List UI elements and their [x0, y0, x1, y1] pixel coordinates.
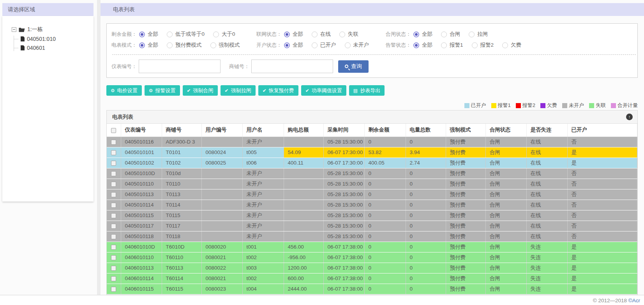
- meter-table: 仪表编号商铺号用户编号用户名购电总额采集时间剩余金额电量总数强制模式合闸状态是否…: [107, 124, 637, 294]
- radio-option[interactable]: 全部: [139, 31, 158, 38]
- table-cell: 06-07 17:38:00: [323, 242, 364, 252]
- query-button-label: 查询: [351, 63, 362, 70]
- table-row: 040501010DT010d未开户05-28 15:30:0000预付费合闸在…: [107, 168, 637, 179]
- tree-root-node[interactable]: 1:一栋: [12, 26, 90, 33]
- radio-icon[interactable]: [167, 32, 173, 37]
- select-all-checkbox[interactable]: [111, 128, 116, 133]
- row-checkbox[interactable]: [111, 203, 116, 208]
- radio-icon[interactable]: [469, 32, 475, 37]
- row-checkbox[interactable]: [111, 182, 116, 187]
- radio-icon[interactable]: [441, 32, 447, 37]
- radio-option[interactable]: 报警2: [472, 42, 494, 49]
- row-checkbox[interactable]: [111, 245, 116, 250]
- action-button[interactable]: ✔恢复预付费: [258, 85, 298, 96]
- shop-no-label: 商铺号：: [229, 63, 249, 70]
- table-row: 0405010115T0115未开户05-28 15:30:0000预付费合闸在…: [107, 210, 637, 221]
- table-cell: 预付费: [446, 189, 485, 200]
- table-cell: 预付费: [446, 147, 485, 158]
- radio-option[interactable]: 报警1: [441, 42, 463, 49]
- radio-option[interactable]: 合闸: [441, 31, 460, 38]
- radio-option[interactable]: 全部: [413, 42, 432, 49]
- table-cell: T60114: [162, 273, 201, 284]
- action-button[interactable]: ✔强制合闸: [183, 85, 218, 96]
- radio-icon[interactable]: [284, 42, 290, 48]
- radio-option[interactable]: 低于或等于0: [167, 31, 205, 38]
- radio-option[interactable]: 在线: [312, 31, 331, 38]
- radio-option[interactable]: 未开户: [345, 42, 369, 49]
- radio-option[interactable]: 强制模式: [210, 42, 240, 49]
- row-checkbox[interactable]: [111, 266, 116, 271]
- radio-icon[interactable]: [441, 42, 447, 48]
- radio-icon[interactable]: [312, 42, 318, 48]
- radio-option[interactable]: 失联: [339, 31, 358, 38]
- radio-option[interactable]: 预付费模式: [167, 42, 202, 49]
- meter-no-input[interactable]: [139, 60, 221, 73]
- radio-icon[interactable]: [472, 42, 478, 48]
- column-header: 用户编号: [201, 124, 242, 137]
- tree-leaf-node[interactable]: 040501:010: [14, 36, 90, 42]
- row-checkbox[interactable]: [111, 192, 116, 197]
- action-button[interactable]: ▤抄表导出: [349, 85, 385, 96]
- table-cell: 0405010102: [121, 158, 162, 168]
- action-button[interactable]: ⚙报警设置: [145, 85, 180, 96]
- row-checkbox[interactable]: [111, 150, 116, 155]
- radio-icon[interactable]: [413, 42, 419, 48]
- row-checkbox[interactable]: [111, 224, 116, 229]
- sidebar-title: 请选择区域: [2, 3, 94, 16]
- query-button[interactable]: 查询: [338, 60, 369, 73]
- radio-option[interactable]: 全部: [284, 42, 303, 49]
- radio-option[interactable]: 欠费: [502, 42, 521, 49]
- radio-option[interactable]: 已开户: [312, 42, 336, 49]
- radio-option[interactable]: 全部: [139, 42, 158, 49]
- radio-icon[interactable]: [502, 42, 508, 48]
- tree-leaf-label[interactable]: 040501:010: [27, 36, 56, 42]
- radio-icon[interactable]: [139, 32, 145, 37]
- radio-option[interactable]: 大于0: [213, 31, 235, 38]
- table-row: 0405010118T0118未开户05-28 15:30:0000预付费合闸在…: [107, 231, 637, 242]
- row-checkbox[interactable]: [111, 140, 116, 145]
- radio-option[interactable]: 全部: [413, 31, 432, 38]
- radio-icon[interactable]: [345, 42, 351, 48]
- table-cell: 合闸: [485, 210, 526, 221]
- radio-icon[interactable]: [413, 32, 419, 37]
- legend-label: 失联: [596, 102, 606, 109]
- radio-label: 低于或等于0: [175, 31, 205, 38]
- radio-icon[interactable]: [213, 32, 219, 37]
- row-checkbox[interactable]: [111, 171, 116, 176]
- check-icon: ✔: [187, 88, 191, 93]
- radio-option[interactable]: 全部: [284, 31, 303, 38]
- tree-collapse-icon[interactable]: [12, 27, 16, 32]
- table-cell: 0405010116: [121, 137, 162, 147]
- filter-group-label: 合闸状态：: [386, 31, 411, 38]
- action-button[interactable]: ⚙电价设置: [106, 85, 142, 96]
- tree-leaf-label[interactable]: 040601: [27, 45, 45, 51]
- row-checkbox[interactable]: [111, 255, 116, 260]
- tree-leaf-node[interactable]: 040601: [14, 45, 90, 51]
- table-cell: 否: [567, 189, 637, 200]
- collapse-up-icon[interactable]: [626, 114, 633, 120]
- radio-option[interactable]: 拉闸: [469, 31, 488, 38]
- row-checkbox[interactable]: [111, 213, 116, 218]
- row-checkbox[interactable]: [111, 234, 116, 239]
- tree-root-label[interactable]: 1:一栋: [27, 26, 43, 33]
- table-cell: 0: [364, 284, 406, 294]
- action-button[interactable]: ✔强制拉闸: [221, 85, 256, 96]
- legend-label: 报警2: [522, 102, 535, 109]
- shop-no-input[interactable]: [251, 60, 333, 73]
- table-cell: 0405010114: [121, 200, 162, 210]
- row-checkbox[interactable]: [111, 276, 116, 281]
- radio-icon[interactable]: [210, 42, 216, 48]
- legend-label: 合并计量: [618, 102, 638, 109]
- radio-icon[interactable]: [167, 42, 173, 48]
- legend-label: 报警1: [498, 102, 511, 109]
- radio-icon[interactable]: [284, 32, 290, 37]
- radio-icon[interactable]: [339, 32, 345, 37]
- action-button[interactable]: ✔功率阈值设置: [301, 85, 346, 96]
- table-cell: 是: [567, 263, 637, 273]
- table-cell: 在线: [526, 231, 567, 242]
- table-cell: T0114: [162, 200, 201, 210]
- row-checkbox[interactable]: [111, 161, 116, 166]
- radio-icon[interactable]: [312, 32, 318, 37]
- radio-icon[interactable]: [139, 42, 145, 48]
- row-checkbox[interactable]: [111, 287, 116, 292]
